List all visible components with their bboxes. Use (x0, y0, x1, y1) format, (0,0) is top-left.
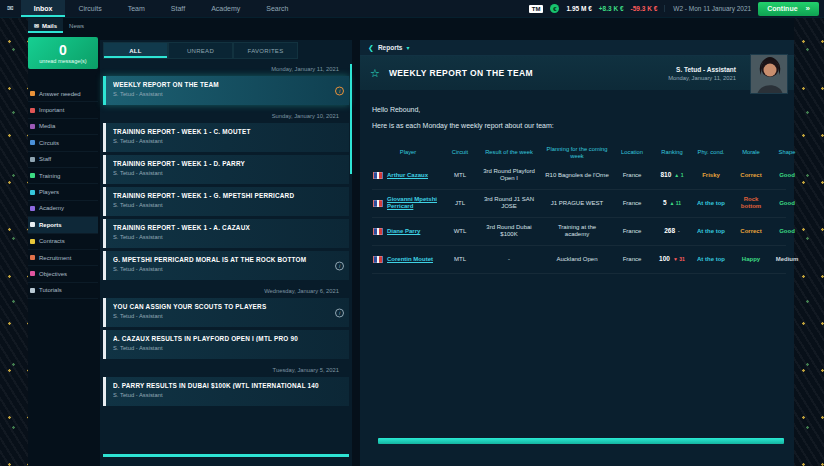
mail-item[interactable]: A. CAZAUX RESULTS IN PLAYFORD OPEN I (MT… (103, 330, 349, 359)
sidebar-item-label: Important (39, 107, 64, 113)
mail-item[interactable]: G. MPETSHI PERRICARD MORAL IS AT THE ROC… (103, 251, 349, 280)
top-tab-staff[interactable]: Staff (158, 0, 198, 17)
filter-tab-favorites[interactable]: FAVORITES (233, 42, 298, 59)
income-value: +8.3 K € (599, 5, 624, 12)
player-link[interactable]: Giovanni Mpetshi Perricard (387, 196, 443, 210)
scrollbar[interactable] (350, 64, 352, 174)
sidebar-item-label: Reports (39, 222, 62, 228)
result-cell: - (476, 254, 542, 266)
sidebar-item-objectives[interactable]: Objectives (28, 266, 98, 282)
info-icon[interactable]: i (335, 308, 344, 317)
mail-item[interactable]: WEEKLY REPORT ON THE TEAMS. Tetud - Assi… (103, 76, 349, 105)
sidebar-item-training[interactable]: Training (28, 168, 98, 184)
top-tab-search[interactable]: Search (253, 0, 301, 17)
ranking-value: 100 (659, 255, 670, 263)
sidebar-item-circuits[interactable]: Circuits (28, 135, 98, 151)
expense-value: -59.3 K € (631, 5, 658, 12)
top-tab-team[interactable]: Team (115, 0, 158, 17)
table-row: Giovanni Mpetshi PerricardJTL3rd Round J… (372, 190, 786, 218)
tab-news-label: News (69, 23, 84, 29)
ranking-cell: 268- (654, 225, 690, 237)
top-tab-academy[interactable]: Academy (198, 0, 253, 17)
mail-title: TRAINING REPORT - WEEK 1 - A. CAZAUX (113, 224, 333, 231)
morale-cell: Correct (732, 170, 770, 182)
filter-tab-unread[interactable]: UNREAD (168, 42, 233, 59)
date-separator: Monday, January 11, 2021 (103, 61, 349, 76)
mail-item[interactable]: TRAINING REPORT - WEEK 1 - A. CAZAUXS. T… (103, 219, 349, 248)
player-link[interactable]: Arthur Cazaux (387, 172, 428, 179)
mail-item[interactable]: D. PARRY RESULTS IN DUBAI $100K (WTL INT… (103, 377, 349, 406)
date-separator: Tuesday, January 5, 2021 (103, 362, 349, 377)
info-icon[interactable]: i (335, 86, 344, 95)
tab-news[interactable]: News (63, 18, 90, 33)
breadcrumb: ❮ Reports ▾ (360, 40, 794, 56)
mail-list: Monday, January 11, 2021WEEKLY REPORT ON… (103, 61, 349, 406)
sidebar-item-answer-needed[interactable]: Answer needed (28, 86, 98, 102)
sidebar-item-media[interactable]: Media (28, 119, 98, 135)
tab-mails[interactable]: ✉ Mails (28, 18, 63, 33)
continue-button[interactable]: Continue » (758, 2, 819, 16)
player-link[interactable]: Corentin Moutet (387, 256, 433, 263)
filter-tab-all[interactable]: ALL (103, 42, 168, 59)
ranking-cell: 100▼ 31 (654, 253, 690, 265)
ranking-change: - (678, 228, 680, 234)
category-icon (30, 239, 35, 244)
mail-item[interactable]: TRAINING REPORT - WEEK 1 - G. MPETSHI PE… (103, 187, 349, 216)
mail-title: WEEKLY REPORT ON THE TEAM (113, 81, 333, 88)
ranking-change: ▲ 1 (674, 172, 683, 178)
sidebar-item-label: Tutorials (39, 287, 62, 293)
sidebar-item-contracts[interactable]: Contracts (28, 234, 98, 250)
top-tab-inbox[interactable]: Inbox (21, 0, 66, 17)
sidebar-item-reports[interactable]: Reports (28, 217, 98, 233)
planning-cell: Auckland Open (544, 254, 610, 266)
decorative-right-border (794, 18, 824, 466)
mail-title: TRAINING REPORT - WEEK 1 - G. MPETSHI PE… (113, 192, 333, 199)
mail-item[interactable]: YOU CAN ASSIGN YOUR SCOUTS TO PLAYERSS. … (103, 298, 349, 327)
report-table-header: PlayerCircuitResult of the weekPlanning … (372, 144, 786, 162)
mail-icon[interactable]: ✉ (0, 0, 21, 17)
category-icon (30, 288, 35, 293)
mail-item[interactable]: TRAINING REPORT - WEEK 1 - C. MOUTETS. T… (103, 123, 349, 152)
sidebar-item-academy[interactable]: Academy (28, 201, 98, 217)
sidebar-item-important[interactable]: Important (28, 102, 98, 118)
category-icon (30, 206, 35, 211)
report-table-body: Arthur CazauxMTL3rd Round Playford Open … (372, 162, 786, 274)
sidebar-item-recruitment[interactable]: Recruitment (28, 250, 98, 266)
top-tab-circuits[interactable]: Circuits (65, 0, 114, 17)
sender-name: S. Tetud - Assistant (668, 66, 736, 73)
table-row: Corentin MoutetMTL-Auckland OpenFrance10… (372, 246, 786, 274)
mail-sender: S. Tetud - Assistant (113, 313, 333, 319)
flag-icon-france (373, 228, 383, 235)
mail-list-panel: ALLUNREADFAVORITES Monday, January 11, 2… (100, 40, 352, 466)
sidebar-item-label: Media (39, 123, 55, 129)
mail-item[interactable]: TRAINING REPORT - WEEK 1 - D. PARRYS. Te… (103, 155, 349, 184)
report-title: WEEKLY REPORT ON THE TEAM (389, 68, 533, 78)
player-link[interactable]: Diane Parry (387, 228, 420, 235)
ranking-cell: 810▲ 1 (654, 169, 690, 181)
ranking-value: 810 (661, 171, 672, 179)
result-cell: 3rd Round J1 SAN JOSE (476, 194, 542, 213)
sidebar-item-tutorials[interactable]: Tutorials (28, 283, 98, 299)
unread-count: 0 (59, 43, 67, 57)
sidebar-item-label: Academy (39, 205, 64, 211)
column-header: Location (612, 147, 652, 158)
sidebar-item-staff[interactable]: Staff (28, 152, 98, 168)
column-header: Ranking (654, 147, 690, 158)
result-cell: 3rd Round Dubai $100K (476, 222, 542, 241)
mail-sender: S. Tetud - Assistant (113, 91, 333, 97)
info-icon[interactable]: i (335, 261, 344, 270)
favorite-star-icon[interactable]: ☆ (370, 67, 380, 80)
app-window: ✉ InboxCircuitsTeamStaffAcademySearch TM… (0, 0, 824, 466)
sidebar-item-players[interactable]: Players (28, 184, 98, 200)
report-header: ☆ WEEKLY REPORT ON THE TEAM S. Tetud - A… (360, 56, 794, 90)
shape-cell: Good (772, 226, 802, 238)
column-header: Morale (732, 147, 770, 158)
section-divider-bar (378, 438, 784, 444)
column-header: Phy. cond. (692, 147, 730, 158)
circuit-cell: MTL (446, 254, 474, 266)
mail-sender: S. Tetud - Assistant (113, 392, 333, 398)
mail-filter-tabs: ALLUNREADFAVORITES (103, 42, 349, 59)
back-icon[interactable]: ❮ (368, 44, 374, 52)
result-cell: 3rd Round Playford Open I (476, 166, 542, 185)
chevron-down-icon[interactable]: ▾ (406, 44, 409, 51)
